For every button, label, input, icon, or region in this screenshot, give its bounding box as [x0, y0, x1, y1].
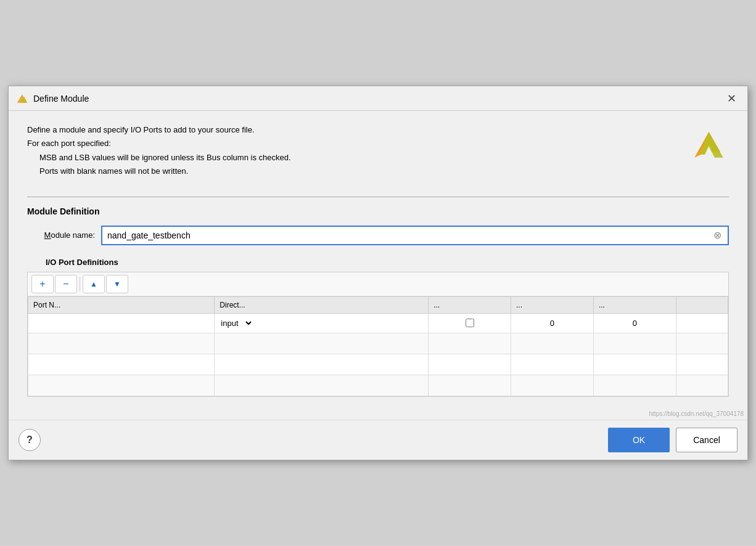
table-row: input output inout 0 0 [28, 313, 728, 333]
define-module-dialog: Define Module ✕ Define a module and spec… [8, 86, 748, 460]
info-line3: MSB and LSB values will be ignored unles… [39, 151, 291, 165]
info-line1: Define a module and specify I/O Ports to… [27, 123, 291, 137]
cancel-button[interactable]: Cancel [676, 428, 738, 452]
dialog-footer: ? OK Cancel [9, 420, 747, 460]
add-row-button[interactable]: + [31, 275, 54, 293]
bus-checkbox[interactable] [466, 319, 474, 327]
col-msb: ... [511, 296, 594, 313]
cell-lsb-2 [593, 333, 676, 354]
cell-bus-2 [429, 333, 511, 354]
col-direction: Direct... [215, 296, 429, 313]
info-line2: For each port specified: [27, 137, 291, 150]
app-icon [16, 92, 28, 105]
cell-extra [676, 313, 728, 333]
cell-lsb-3 [593, 354, 676, 375]
direction-select[interactable]: input output inout [218, 318, 253, 328]
cell-port-name-3 [28, 354, 215, 375]
table-row [28, 354, 728, 375]
watermark: https://blog.csdn.net/qq_37004178 [9, 409, 747, 420]
title-bar: Define Module ✕ [9, 86, 747, 111]
cell-msb-4 [511, 375, 594, 396]
cell-bus-4 [429, 375, 511, 396]
clear-input-button[interactable]: ⊗ [710, 229, 724, 242]
move-up-button[interactable] [83, 275, 105, 293]
cell-direction: input output inout [215, 313, 429, 333]
cell-msb: 0 [511, 313, 594, 333]
module-name-row: Module name: ⊗ [27, 226, 729, 245]
info-line4: Ports with blank names will not be writt… [39, 165, 291, 178]
col-port-name: Port N... [28, 296, 215, 313]
cell-direction-3 [215, 354, 429, 375]
section-separator [27, 197, 729, 197]
toolbar: + − [28, 272, 728, 296]
footer-buttons: OK Cancel [608, 428, 738, 452]
ok-button[interactable]: OK [608, 428, 670, 452]
cell-bus [429, 313, 511, 333]
cell-lsb: 0 [593, 313, 676, 333]
cell-msb-3 [511, 354, 594, 375]
module-name-input[interactable] [102, 227, 728, 244]
module-name-input-wrapper: ⊗ [101, 226, 729, 245]
cell-extra-4 [676, 375, 728, 396]
cell-port-name [28, 313, 215, 333]
table-header-row: Port N... Direct... ... ... ... [28, 296, 728, 313]
close-button[interactable]: ✕ [723, 90, 740, 107]
io-port-section-title: I/O Port Definitions [46, 258, 729, 267]
remove-row-button[interactable]: − [55, 275, 77, 293]
cell-extra-2 [676, 333, 728, 354]
dialog-title: Define Module [33, 94, 89, 104]
col-bus: ... [429, 296, 511, 313]
cell-direction-2 [215, 333, 429, 354]
cell-port-name-2 [28, 333, 215, 354]
table-row [28, 333, 728, 354]
help-button[interactable]: ? [18, 429, 41, 451]
col-extra [676, 296, 728, 313]
col-lsb: ... [593, 296, 676, 313]
cell-lsb-4 [593, 375, 676, 396]
info-text: Define a module and specify I/O Ports to… [27, 123, 291, 177]
cell-port-name-4 [28, 375, 215, 396]
logo-icon [689, 123, 729, 163]
cell-extra-3 [676, 354, 728, 375]
move-down-button[interactable] [106, 275, 128, 293]
title-bar-left: Define Module [16, 92, 89, 105]
module-definition-title: Module Definition [27, 206, 729, 216]
cell-direction-4 [215, 375, 429, 396]
info-section: Define a module and specify I/O Ports to… [27, 123, 729, 177]
table-row [28, 375, 728, 396]
cell-bus-3 [429, 354, 511, 375]
cell-msb-2 [511, 333, 594, 354]
toolbar-separator [80, 277, 80, 291]
module-name-label: Module name: [27, 230, 95, 240]
io-port-table: Port N... Direct... ... ... ... [28, 296, 728, 396]
dialog-body: Define a module and specify I/O Ports to… [9, 111, 747, 409]
io-port-table-container: + − Port N... Direct... ... ... ... [27, 272, 729, 397]
